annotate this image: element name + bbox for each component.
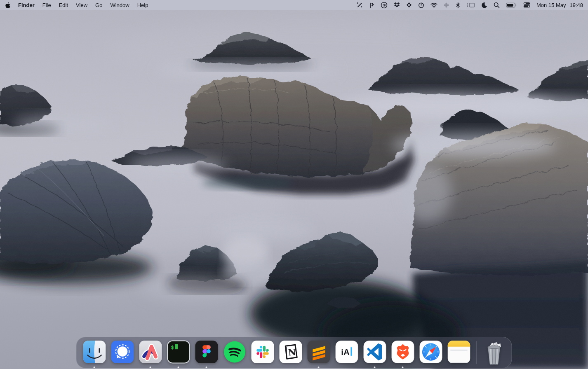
running-indicator [150, 367, 151, 368]
menubar-date: Mon 15 May [536, 2, 566, 8]
dock-item-safari[interactable] [419, 340, 442, 369]
dock-item-sublime-text[interactable] [307, 340, 330, 369]
svg-text:iA: iA [341, 347, 350, 357]
adobe-creative-cloud-icon[interactable] [381, 0, 388, 10]
running-indicator [402, 367, 404, 368]
macos-desktop: Finder File Edit View Go Window Help [0, 0, 588, 369]
menu-go[interactable]: Go [95, 2, 102, 8]
dock-item-slack[interactable] [251, 340, 274, 369]
battery-icon[interactable] [506, 0, 517, 10]
running-indicator [94, 367, 95, 368]
menu-window[interactable]: Window [110, 2, 129, 8]
dock-item-terminal[interactable]: $ [167, 340, 190, 369]
apple-menu-icon[interactable] [5, 2, 11, 8]
dropbox-icon[interactable] [394, 0, 400, 10]
sparkle-wand-icon[interactable] [356, 0, 363, 10]
wifi-icon[interactable] [430, 0, 437, 10]
diamond-cluster-icon[interactable] [406, 0, 412, 10]
active-app-menu[interactable]: Finder [18, 2, 35, 8]
menubar-clock[interactable]: Mon 15 May 19:48 [536, 2, 583, 8]
plus-cross-icon[interactable] [444, 0, 449, 10]
dock-item-signal[interactable] [111, 340, 134, 369]
dock-item-finder[interactable] [82, 340, 106, 369]
dock-item-arc[interactable] [139, 340, 162, 369]
menu-edit[interactable]: Edit [59, 2, 68, 8]
dock-item-vscode[interactable] [363, 340, 386, 369]
dock-item-brave[interactable] [391, 340, 414, 369]
dock-item-notes[interactable] [447, 340, 470, 369]
dock-item-figma[interactable] [195, 340, 218, 369]
svg-text:$: $ [171, 344, 174, 350]
desktop-wallpaper [0, 0, 588, 369]
dock-item-spotify[interactable] [223, 340, 246, 369]
bluetooth-icon[interactable] [455, 0, 461, 10]
dock-item-trash[interactable] [482, 339, 506, 367]
menu-bar: Finder File Edit View Go Window Help [0, 0, 588, 10]
dock-item-ia-writer[interactable]: iA [335, 340, 358, 369]
running-indicator [178, 367, 179, 368]
running-indicator [374, 367, 376, 368]
running-indicator [318, 367, 320, 368]
menu-view[interactable]: View [76, 2, 87, 8]
svg-text:N: N [288, 347, 296, 357]
running-indicator [206, 367, 207, 368]
dock: $ [76, 337, 512, 368]
dock-divider [476, 341, 477, 364]
spotlight-search-icon[interactable] [494, 0, 500, 10]
power-circle-icon[interactable] [418, 0, 424, 10]
menu-help[interactable]: Help [137, 2, 148, 8]
p-dots-icon[interactable] [369, 0, 374, 10]
focus-moon-icon[interactable] [481, 0, 487, 10]
menu-file[interactable]: File [42, 2, 51, 8]
dock-item-notion[interactable]: N [279, 340, 302, 369]
menubar-time: 19:48 [569, 2, 583, 8]
control-center-icon[interactable] [523, 0, 530, 10]
hidden-bar-icon[interactable] [467, 0, 475, 10]
